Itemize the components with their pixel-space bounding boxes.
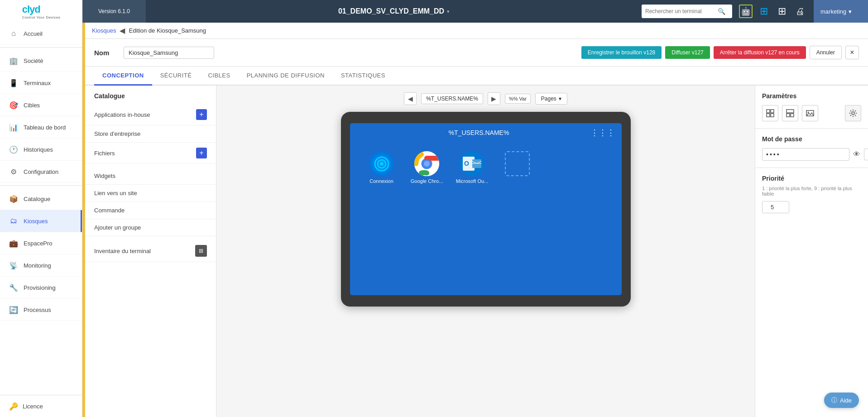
connexion-app-label: Connexion bbox=[369, 178, 393, 184]
password-input[interactable] bbox=[762, 148, 849, 161]
top-navbar: clyd Control Your Devices Version 6.1.0 … bbox=[0, 0, 868, 23]
tablet-grid-icon[interactable]: ⋮⋮⋮ bbox=[590, 128, 615, 138]
android-icon[interactable]: 🤖 bbox=[739, 5, 753, 18]
sidebar-item-cibles[interactable]: 🎯 Cibles bbox=[0, 94, 82, 116]
print-icon[interactable]: 🖨 bbox=[793, 5, 807, 18]
kiosk-name-input[interactable] bbox=[124, 47, 214, 59]
logo-text: clyd bbox=[22, 4, 61, 15]
windows-icon[interactable]: ⊞ bbox=[757, 5, 771, 18]
eye-toggle-button[interactable]: 👁 bbox=[853, 150, 860, 158]
espacepro-icon: 💼 bbox=[9, 239, 18, 248]
param-layout-icon-1[interactable] bbox=[762, 105, 778, 121]
yellow-indicator-bar bbox=[82, 23, 85, 417]
pages-dropdown-arrow: ▾ bbox=[559, 96, 561, 102]
breadcrumb-separator: ◀ bbox=[120, 26, 125, 35]
sidebar-item-kiosques[interactable]: 🗂 Kiosques bbox=[0, 210, 82, 232]
tab-securite[interactable]: SÉCURITÉ bbox=[152, 67, 200, 86]
tab-planning[interactable]: PLANNING DE DIFFUSION bbox=[239, 67, 333, 86]
catalogue-item-groupe[interactable]: Ajouter un groupe bbox=[85, 219, 216, 236]
svg-point-24 bbox=[852, 112, 854, 115]
breadcrumb: Kiosques ◀ Edition de Kiosque_Samsung bbox=[85, 23, 868, 39]
priority-input[interactable] bbox=[762, 201, 789, 213]
svg-point-7 bbox=[424, 161, 430, 167]
param-image-icon[interactable] bbox=[802, 105, 818, 121]
outlook-app-label: Microsoft Ou... bbox=[456, 178, 489, 184]
priority-section: Priorité 1 : priorité la plus forte, 9 :… bbox=[755, 168, 868, 220]
search-area: 🔍 bbox=[642, 5, 732, 18]
close-button[interactable]: × bbox=[845, 46, 859, 59]
app-title[interactable]: 01_DEMO_SV_CLYD_EMM_DD ▾ bbox=[146, 7, 642, 15]
diffuse-button[interactable]: Diffuser v127 bbox=[665, 46, 710, 59]
sidebar-item-licence[interactable]: 🔑 Licence bbox=[0, 395, 82, 417]
search-icon[interactable]: 🔍 bbox=[718, 8, 725, 15]
processus-icon: 🔄 bbox=[9, 305, 18, 314]
add-fichiers-button[interactable]: + bbox=[196, 148, 207, 158]
catalogue-item-fichiers[interactable]: Fichiers + bbox=[85, 143, 216, 164]
var-button[interactable]: %% Var bbox=[505, 94, 531, 104]
password-title: Mot de passe bbox=[762, 135, 861, 143]
societe-icon: 🏢 bbox=[9, 56, 18, 65]
tab-cibles[interactable]: CIBLES bbox=[200, 67, 238, 86]
sidebar-item-accueil[interactable]: ⌂ Accueil bbox=[0, 23, 82, 45]
param-layout-icon-2[interactable] bbox=[782, 105, 798, 121]
sidebar-item-espacepro[interactable]: 💼 EspacePro bbox=[0, 232, 82, 254]
password-section: Mot de passe 👁 Modifier bbox=[755, 129, 868, 168]
sidebar-item-configuration[interactable]: ⚙ Configuration bbox=[0, 161, 82, 183]
help-button[interactable]: ⓘ Aide bbox=[824, 393, 859, 408]
params-title: Paramètres bbox=[762, 92, 861, 100]
cancel-button[interactable]: Annuler bbox=[810, 46, 842, 59]
catalogue-item-store[interactable]: Store d'entreprise bbox=[85, 125, 216, 143]
catalogue-item-inventaire[interactable]: Inventaire du terminal ⊞ bbox=[85, 240, 216, 262]
add-apps-button[interactable]: + bbox=[196, 109, 207, 120]
tab-conception[interactable]: CONCEPTION bbox=[94, 67, 152, 86]
svg-rect-19 bbox=[786, 110, 794, 113]
pages-dropdown-button[interactable]: Pages ▾ bbox=[535, 93, 567, 105]
catalogue-item-lien[interactable]: Lien vers un site bbox=[85, 185, 216, 202]
tablet-app-placeholder[interactable] bbox=[499, 151, 536, 184]
tablet-app-connexion[interactable]: Connexion bbox=[364, 151, 400, 184]
tablet-user-name: %T_USERS.NAME% bbox=[368, 129, 590, 136]
modifier-button[interactable]: Modifier bbox=[864, 149, 868, 160]
cibles-icon: 🎯 bbox=[9, 101, 18, 110]
svg-rect-18 bbox=[771, 114, 774, 117]
tablet-app-outlook[interactable]: O Microsoft Ou... bbox=[454, 151, 490, 184]
version-badge: Version 6.1.0 bbox=[82, 0, 146, 23]
variable-display: %T_USERS.NAME% bbox=[421, 93, 483, 104]
sidebar-divider-2 bbox=[0, 185, 82, 186]
stop-diffusion-button[interactable]: Arrêter la diffusion v127 en cours bbox=[714, 46, 806, 59]
user-menu-arrow: ▾ bbox=[849, 8, 852, 15]
sidebar-item-processus[interactable]: 🔄 Processus bbox=[0, 299, 82, 321]
winxp-icon[interactable]: ⊞ bbox=[775, 5, 789, 18]
sidebar-item-societe[interactable]: 🏢 Société bbox=[0, 50, 82, 72]
user-menu[interactable]: marketing ▾ bbox=[814, 0, 868, 23]
sidebar-item-tableau-de-bord[interactable]: 📊 Tableau de bord bbox=[0, 116, 82, 139]
save-draft-button[interactable]: Enregistrer le brouillon v128 bbox=[581, 46, 662, 59]
sidebar-item-monitoring[interactable]: 📡 Monitoring bbox=[0, 254, 82, 277]
breadcrumb-current: Edition de Kiosque_Samsung bbox=[129, 27, 206, 34]
search-input[interactable] bbox=[645, 8, 718, 14]
chrome-app-icon bbox=[414, 151, 439, 176]
provisioning-icon: 🔧 bbox=[9, 283, 18, 292]
priority-title: Priorité bbox=[762, 175, 861, 182]
tablet-top-bar: %T_USERS.NAME% ⋮⋮⋮ bbox=[350, 123, 622, 142]
tabs-bar: CONCEPTION SÉCURITÉ CIBLES PLANNING DE D… bbox=[85, 67, 868, 86]
app-title-dropdown-arrow: ▾ bbox=[447, 9, 449, 14]
sidebar-item-provisioning[interactable]: 🔧 Provisioning bbox=[0, 277, 82, 299]
svg-rect-20 bbox=[786, 114, 790, 117]
content-area: Kiosques ◀ Edition de Kiosque_Samsung No… bbox=[85, 23, 868, 417]
tab-statistiques[interactable]: STATISTIQUES bbox=[333, 67, 393, 86]
catalogue-item-apps[interactable]: Applications in-house + bbox=[85, 104, 216, 125]
sidebar-item-catalogue[interactable]: 📦 Catalogue bbox=[0, 188, 82, 210]
sidebar-item-terminaux[interactable]: 📱 Terminaux bbox=[0, 72, 82, 94]
catalogue-item-commande[interactable]: Commande bbox=[85, 202, 216, 219]
tablet-apps: Connexion bbox=[350, 142, 622, 193]
prev-page-button[interactable]: ◀ bbox=[404, 92, 417, 105]
svg-rect-15 bbox=[767, 110, 770, 113]
sidebar-item-historiques[interactable]: 🕐 Historiques bbox=[0, 139, 82, 161]
param-gear-icon[interactable] bbox=[845, 105, 861, 121]
breadcrumb-parent[interactable]: Kiosques bbox=[92, 27, 116, 34]
next-page-button[interactable]: ▶ bbox=[488, 92, 500, 105]
catalogue-item-widgets[interactable]: Widgets bbox=[85, 168, 216, 185]
tablet-app-chrome[interactable]: Google Chro... bbox=[409, 151, 445, 184]
svg-point-23 bbox=[808, 112, 809, 113]
